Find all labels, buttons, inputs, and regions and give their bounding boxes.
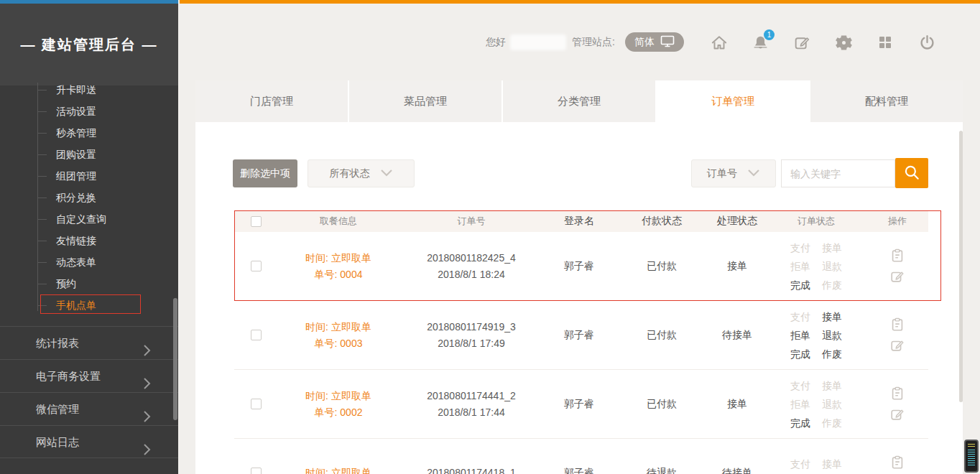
order-date: 2018/8/1 18:24: [399, 266, 543, 283]
row-checkbox[interactable]: [251, 261, 262, 271]
sidebar-section-ecommerce[interactable]: 电子商务设置: [0, 359, 178, 392]
row-checkbox[interactable]: [251, 399, 262, 409]
action-pay[interactable]: 支付: [790, 238, 810, 257]
tab-dish-management[interactable]: 菜品管理: [349, 80, 503, 122]
order-detail-icon[interactable]: [889, 317, 905, 333]
status-filter-dropdown[interactable]: 所有状态: [308, 159, 415, 187]
status-filter-value: 所有状态: [330, 167, 370, 180]
action-refund[interactable]: 退款: [822, 326, 842, 345]
sidebar-item[interactable]: 升卡即送: [56, 79, 106, 101]
action-complete[interactable]: 完成: [790, 276, 810, 294]
login-name: 郭子睿: [543, 329, 615, 342]
row-checkbox[interactable]: [251, 330, 262, 340]
pickup-number: 单号: 0004: [277, 266, 399, 283]
notification-bell-icon[interactable]: 1: [752, 34, 769, 51]
action-refund[interactable]: 退款: [822, 257, 842, 276]
sidebar-item[interactable]: 秒杀管理: [56, 122, 106, 144]
table-row: 时间: 立即取单 单号: 0003 20180801174919_3 2018/…: [234, 301, 928, 370]
table-row: 时间: 立即取单 单号: 0004 20180801182425_4 2018/…: [234, 232, 928, 301]
action-accept[interactable]: 接单: [822, 307, 842, 326]
action-pay[interactable]: 支付: [790, 376, 810, 395]
select-all-checkbox[interactable]: [251, 216, 262, 227]
chevron-down-icon: [747, 168, 760, 180]
sidebar-scrollbar[interactable]: [173, 298, 177, 420]
submenu-tree-line: [37, 83, 38, 311]
search-type-dropdown[interactable]: 订单号: [691, 159, 776, 187]
sidebar-section-sitelog[interactable]: 网站日志: [0, 425, 178, 458]
action-reject[interactable]: 拒单: [790, 395, 810, 414]
mini-widget: [964, 440, 979, 473]
pickup-number: 单号: 0002: [277, 404, 399, 421]
login-name: 郭子睿: [543, 260, 615, 273]
tab-ingredient-management[interactable]: 配料管理: [810, 80, 963, 122]
header-order-status: 订单状态: [766, 212, 866, 231]
header-login-name: 登录名: [543, 215, 615, 228]
order-edit-icon[interactable]: [889, 338, 905, 353]
sidebar-section-stats[interactable]: 统计报表: [0, 326, 178, 359]
sidebar-item[interactable]: 预约: [56, 273, 106, 294]
sidebar-item[interactable]: 积分兑换: [56, 187, 106, 208]
delete-selected-button[interactable]: 删除选中项: [233, 159, 297, 187]
action-refund[interactable]: 退款: [822, 395, 842, 414]
pay-status: 已付款: [615, 398, 708, 411]
tab-order-management-active[interactable]: 订单管理: [657, 80, 810, 122]
sidebar-item[interactable]: 友情链接: [56, 230, 106, 251]
settings-gear-icon[interactable]: [835, 34, 852, 51]
sidebar-item[interactable]: 动态表单: [56, 251, 106, 273]
tab-store-management[interactable]: 门店管理: [195, 80, 349, 122]
pickup-time: 时间: 立即取单: [277, 319, 399, 335]
sidebar: — 建站管理后台 — 升卡即送 活动设置 秒杀管理 团购设置 组团管理 积分兑换…: [0, 4, 178, 474]
home-icon[interactable]: [710, 34, 727, 51]
edit-icon[interactable]: [793, 34, 810, 51]
header-order-number: 订单号: [399, 215, 543, 228]
header-operations: 操作: [866, 215, 928, 228]
action-pay[interactable]: 支付: [790, 455, 810, 473]
pickup-number: 单号: 0003: [277, 335, 399, 352]
sidebar-sections: 统计报表 电子商务设置 微信管理 网站日志: [0, 326, 178, 458]
action-complete[interactable]: 完成: [790, 414, 810, 432]
action-void[interactable]: 作废: [822, 345, 842, 363]
action-complete[interactable]: 完成: [790, 345, 810, 363]
sidebar-section-wechat[interactable]: 微信管理: [0, 392, 178, 425]
pickup-time: 时间: 立即取单: [277, 388, 399, 404]
action-void[interactable]: 作废: [822, 414, 842, 432]
mini-widget-stripes: [968, 444, 975, 447]
section-label: 统计报表: [36, 337, 79, 349]
action-reject[interactable]: 拒单: [790, 326, 810, 345]
process-status: 接单: [708, 260, 766, 273]
tab-category-management[interactable]: 分类管理: [503, 80, 657, 122]
apps-grid-icon[interactable]: [877, 34, 894, 51]
sidebar-item[interactable]: 活动设置: [56, 101, 106, 122]
action-accept[interactable]: 接单: [822, 238, 842, 257]
order-detail-icon[interactable]: [889, 455, 905, 470]
row-checkbox[interactable]: [251, 468, 262, 474]
order-detail-icon[interactable]: [889, 386, 905, 401]
pay-status: 待退款: [615, 467, 708, 474]
action-accept[interactable]: 接单: [822, 455, 842, 473]
sidebar-item[interactable]: 组团管理: [56, 165, 106, 187]
greeting-text: 您好: [486, 36, 506, 49]
action-pay[interactable]: 支付: [790, 307, 810, 326]
order-number: 20180801182425_4: [399, 250, 543, 266]
keyword-search-input[interactable]: [781, 159, 895, 187]
sidebar-item[interactable]: 团购设置: [56, 144, 106, 165]
action-accept[interactable]: 接单: [822, 376, 842, 395]
language-switch-button[interactable]: 简体: [625, 32, 684, 52]
table-body: 时间: 立即取单 单号: 0004 20180801182425_4 2018/…: [234, 232, 928, 474]
order-edit-icon[interactable]: [889, 269, 905, 284]
action-reject[interactable]: 拒单: [790, 257, 810, 276]
sidebar-item[interactable]: 自定义查询: [56, 208, 106, 230]
language-label: 简体: [634, 36, 655, 49]
order-detail-icon[interactable]: [889, 248, 905, 264]
section-label: 网站日志: [36, 436, 79, 448]
order-edit-icon[interactable]: [889, 406, 905, 422]
table-row: 时间: 立即取单 20180801174418_1 郭子睿 待退款 待接单 支付…: [234, 439, 928, 474]
power-logout-icon[interactable]: [918, 34, 935, 51]
search-button[interactable]: [895, 158, 928, 188]
pay-status: 已付款: [615, 260, 708, 273]
action-void[interactable]: 作废: [822, 276, 842, 294]
page-scrollbar[interactable]: [959, 131, 963, 402]
section-label: 电子商务设置: [36, 370, 101, 382]
table-row: 时间: 立即取单 单号: 0002 20180801174441_2 2018/…: [234, 370, 928, 439]
monitor-icon: [660, 35, 675, 50]
